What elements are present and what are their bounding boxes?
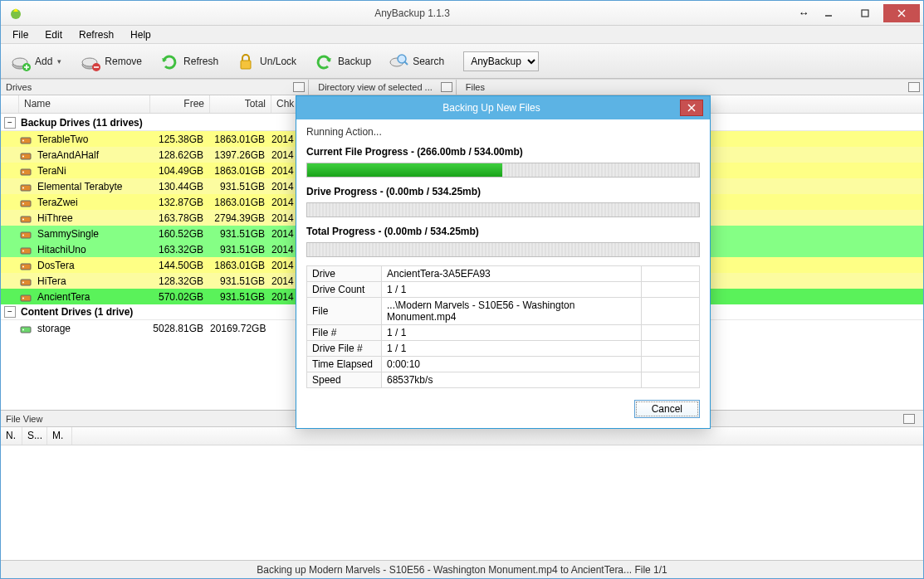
swap-icon[interactable]: ↔ <box>797 7 810 19</box>
dialog-info-row: DriveAncientTera-3A5EFA93 <box>307 266 700 282</box>
fv-col-n[interactable]: N. <box>1 427 22 445</box>
menu-edit[interactable]: Edit <box>38 27 69 42</box>
dialog-close-button[interactable] <box>680 100 703 116</box>
minimize-button[interactable] <box>810 4 847 22</box>
info-key: Time Elapsed <box>307 357 382 372</box>
toolbar: Add ▾ Remove Refresh Un/Lock Backup Sear… <box>1 44 923 79</box>
backup-button[interactable]: Backup <box>309 47 380 75</box>
dialog-titlebar[interactable]: Backing Up New Files <box>296 96 710 119</box>
svg-point-37 <box>22 281 24 283</box>
close-button[interactable] <box>883 4 920 22</box>
status-bar: Backing up Modern Marvels - S10E56 - Was… <box>1 560 923 578</box>
total-progress-bar <box>306 242 700 257</box>
drive-name: TeraAndAHalf <box>34 149 150 161</box>
info-key: Drive File # <box>307 341 382 357</box>
svg-rect-32 <box>21 248 31 254</box>
unlock-label: Un/Lock <box>260 56 296 67</box>
drive-total: 1397.26GB <box>210 149 271 161</box>
drive-total: 1863.01GB <box>210 134 271 145</box>
info-key: File # <box>307 325 382 341</box>
drive-name: HiTera <box>34 275 150 287</box>
col-total[interactable]: Total <box>210 95 271 113</box>
fv-col-m[interactable]: M. <box>47 427 72 445</box>
col-free[interactable]: Free <box>150 95 210 113</box>
info-value: 0:00:10 <box>382 357 642 372</box>
profile-select[interactable]: AnyBackup <box>463 51 539 71</box>
drive-icon <box>17 244 34 255</box>
col-name[interactable]: Name <box>19 95 150 113</box>
svg-rect-22 <box>21 169 31 175</box>
info-key: Drive <box>307 266 382 282</box>
svg-rect-30 <box>21 232 31 238</box>
panel-box-icon[interactable] <box>908 82 920 92</box>
drive-progress-label: Drive Progress - (0.00mb / 534.25mb) <box>306 186 700 197</box>
drive-name: Elemental Terabyte <box>34 181 150 192</box>
expander-icon[interactable]: − <box>4 117 16 129</box>
drive-name: HitachiUno <box>34 244 150 255</box>
status-text: Backing up Modern Marvels - S10E56 - Was… <box>7 564 917 576</box>
drive-free: 125.38GB <box>150 134 210 145</box>
svg-rect-2 <box>862 10 868 17</box>
drive-name: SammySingle <box>34 228 150 240</box>
menu-file[interactable]: File <box>6 27 35 42</box>
menu-refresh[interactable]: Refresh <box>72 27 120 42</box>
drive-total: 20169.72GB <box>210 323 272 334</box>
search-label: Search <box>413 56 444 67</box>
drive-icon <box>17 260 34 271</box>
maximize-button[interactable] <box>847 4 883 22</box>
drive-icon <box>17 291 34 303</box>
drive-name: TeraZwei <box>34 197 150 208</box>
add-label: Add <box>35 56 52 67</box>
drive-free: 128.32GB <box>150 275 210 287</box>
expander-icon[interactable]: − <box>4 306 16 318</box>
lock-icon <box>235 51 257 72</box>
unlock-button[interactable]: Un/Lock <box>231 47 306 75</box>
drive-add-icon <box>10 51 32 72</box>
fileview-columns: N. S... M. <box>1 427 923 445</box>
svg-point-27 <box>22 202 24 204</box>
info-value: 1 / 1 <box>382 282 642 298</box>
app-window: AnyBackup 1.1.3 ↔ File Edit Refresh Help… <box>0 0 924 579</box>
drive-name: TeraNi <box>34 165 150 177</box>
drives-panel-label: Drives <box>1 82 37 92</box>
cancel-button[interactable]: Cancel <box>634 400 700 418</box>
fileview-body[interactable] <box>1 445 923 560</box>
svg-rect-40 <box>21 327 31 333</box>
drive-name: storage <box>34 323 150 334</box>
drive-free: 5028.81GB <box>150 323 210 334</box>
fv-col-s[interactable]: S... <box>22 427 47 445</box>
drive-icon <box>17 149 34 161</box>
svg-point-25 <box>22 187 24 188</box>
drive-remove-icon <box>80 51 101 72</box>
panel-box-icon[interactable] <box>903 414 915 424</box>
svg-point-19 <box>22 139 24 141</box>
svg-rect-14 <box>241 61 251 69</box>
dialog-info-table: DriveAncientTera-3A5EFA93Drive Count1 / … <box>306 265 700 388</box>
dialog-info-row: Drive File #1 / 1 <box>307 341 700 357</box>
backup-icon <box>313 51 335 72</box>
backup-label: Backup <box>338 56 371 67</box>
svg-rect-18 <box>21 138 31 144</box>
drive-total: 1863.01GB <box>210 197 271 208</box>
add-dropdown-icon[interactable]: ▾ <box>56 57 63 66</box>
info-key: Speed <box>307 372 382 388</box>
panel-box-icon[interactable] <box>293 82 305 92</box>
drive-icon <box>17 228 34 240</box>
dialog-info-row: File...\Modern Marvels - S10E56 - Washin… <box>307 298 700 325</box>
dialog-info-row: File #1 / 1 <box>307 325 700 341</box>
svg-rect-38 <box>21 295 31 301</box>
drive-total: 1863.01GB <box>210 260 271 271</box>
refresh-button[interactable]: Refresh <box>154 47 227 75</box>
menu-help[interactable]: Help <box>124 27 158 42</box>
dialog-info-row: Speed68537kb/s <box>307 372 700 388</box>
search-button[interactable]: Search <box>384 47 453 75</box>
info-value: 68537kb/s <box>382 372 642 388</box>
add-button[interactable]: Add ▾ <box>6 47 72 75</box>
drive-free: 144.50GB <box>150 260 210 271</box>
panel-box-icon[interactable] <box>441 82 452 92</box>
drive-name: AncientTera <box>34 291 150 303</box>
svg-point-23 <box>22 171 24 173</box>
drive-name: HiThree <box>34 212 150 224</box>
remove-button[interactable]: Remove <box>76 47 151 75</box>
group-label: Content Drives (1 drive) <box>21 306 133 318</box>
